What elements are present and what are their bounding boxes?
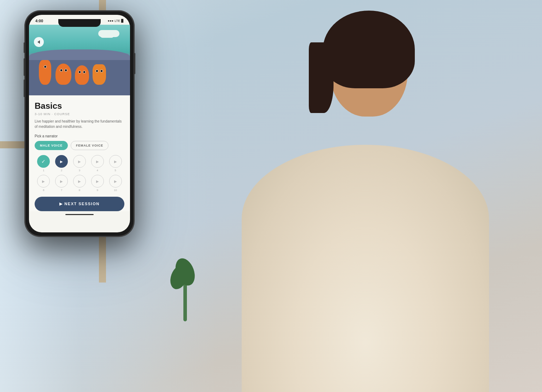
- session-circle-2[interactable]: ▶: [55, 155, 68, 168]
- creature-4-eyes: [96, 70, 103, 72]
- session-1-number: 1: [43, 169, 44, 172]
- session-item-6[interactable]: ▶ 6: [35, 175, 52, 192]
- session-circle-6[interactable]: ▶: [37, 175, 50, 188]
- session-item-2[interactable]: ▶ 2: [53, 155, 70, 172]
- session-10-number: 10: [114, 189, 117, 192]
- course-meta: 3-10 MIN · COURSE: [35, 112, 124, 116]
- creature-2: [55, 64, 71, 85]
- sessions-grid: ✓ 1 ▶ 2: [35, 155, 124, 192]
- creature-3-eye-right: [83, 71, 86, 73]
- session-10-play-icon: ▶: [114, 179, 117, 183]
- session-1-check-icon: ✓: [41, 159, 46, 164]
- session-circle-1[interactable]: ✓: [37, 155, 50, 168]
- session-circle-8[interactable]: ▶: [73, 175, 86, 188]
- creature-4-eye-left: [96, 70, 99, 72]
- creature-3-eyes: [78, 71, 86, 73]
- creature-3: [75, 65, 89, 85]
- session-item-3[interactable]: ▶ 3: [71, 155, 88, 172]
- phone-mockup: 4:00 ●●● LTE ▉: [25, 11, 134, 237]
- session-9-number: 9: [97, 189, 98, 192]
- male-voice-button[interactable]: MALE VOICE: [35, 141, 68, 150]
- session-circle-10[interactable]: ▶: [109, 175, 122, 188]
- session-6-play-icon: ▶: [42, 179, 45, 183]
- status-icons: ●●● LTE ▉: [108, 19, 124, 23]
- woman-hair: [323, 11, 415, 88]
- session-circle-7[interactable]: ▶: [55, 175, 68, 188]
- session-item-1[interactable]: ✓ 1: [35, 155, 52, 172]
- background-plant: [175, 258, 196, 321]
- creature-2-eyes: [60, 69, 67, 72]
- session-item-7[interactable]: ▶ 7: [53, 175, 70, 192]
- phone-volume-up-button: [24, 58, 25, 76]
- creature-1-eyes: [44, 65, 47, 68]
- session-item-10[interactable]: ▶ 10: [107, 175, 124, 192]
- phone-power-button: [134, 53, 135, 74]
- creature-4: [93, 64, 106, 85]
- session-4-play-icon: ▶: [96, 160, 99, 164]
- next-session-button[interactable]: ▶ NEXT SESSION: [35, 197, 124, 211]
- session-item-8[interactable]: ▶ 8: [71, 175, 88, 192]
- creature-2-eye-left: [60, 69, 63, 72]
- session-5-number: 5: [114, 169, 116, 172]
- phone-mute-button: [24, 42, 25, 53]
- session-7-number: 7: [61, 189, 62, 192]
- session-5-play-icon: ▶: [114, 160, 117, 164]
- session-2-play-icon: ▶: [60, 160, 63, 164]
- session-circle-4[interactable]: ▶: [91, 155, 104, 168]
- session-item-9[interactable]: ▶ 9: [89, 175, 106, 192]
- home-indicator: [65, 214, 94, 215]
- hero-sky: [29, 25, 130, 53]
- creature-1: [39, 60, 51, 85]
- session-circle-3[interactable]: ▶: [73, 155, 86, 168]
- network-type: LTE: [114, 19, 120, 23]
- session-circle-9[interactable]: ▶: [91, 175, 104, 188]
- phone-notch: [58, 19, 101, 27]
- session-4-number: 4: [97, 169, 98, 172]
- status-time: 4:00: [35, 19, 43, 23]
- back-chevron-icon: [37, 40, 40, 44]
- session-circle-5[interactable]: ▶: [109, 155, 122, 168]
- session-6-number: 6: [43, 189, 44, 192]
- battery-icon: ▉: [121, 19, 124, 23]
- session-2-number: 2: [61, 169, 62, 172]
- phone-body: 4:00 ●●● LTE ▉: [25, 11, 134, 237]
- back-button[interactable]: [34, 37, 44, 47]
- narrator-selector: MALE VOICE FEMALE VOICE: [35, 141, 124, 150]
- cloud-2: [100, 32, 114, 38]
- signal-icon: ●●●: [108, 19, 113, 23]
- woman-sweater: [242, 145, 489, 392]
- session-8-number: 8: [79, 189, 80, 192]
- session-item-5[interactable]: ▶ 5: [107, 155, 124, 172]
- course-title: Basics: [35, 101, 124, 111]
- creature-2-eye-right: [64, 69, 67, 72]
- creature-3-eye-left: [78, 71, 81, 73]
- scroll-content: Basics 3-10 MIN · COURSE Live happier an…: [29, 25, 130, 232]
- phone-screen: 4:00 ●●● LTE ▉: [29, 15, 130, 232]
- phone-volume-down-button: [24, 79, 25, 97]
- woman-hair-side: [309, 42, 334, 113]
- course-content-area: Basics 3-10 MIN · COURSE Live happier an…: [29, 95, 130, 211]
- course-hero-image: [29, 25, 130, 95]
- creature-1-eye-left: [44, 65, 47, 68]
- female-voice-button[interactable]: FEMALE VOICE: [71, 141, 108, 150]
- session-7-play-icon: ▶: [60, 179, 63, 183]
- course-description: Live happier and healthier by learning t…: [35, 119, 124, 129]
- session-9-play-icon: ▶: [96, 179, 99, 183]
- narrator-label: Pick a narrator: [35, 134, 124, 138]
- creature-4-eye-right: [100, 70, 103, 72]
- session-3-play-icon: ▶: [78, 160, 81, 164]
- session-item-4[interactable]: ▶ 4: [89, 155, 106, 172]
- session-8-play-icon: ▶: [78, 179, 81, 183]
- session-3-number: 3: [79, 169, 80, 172]
